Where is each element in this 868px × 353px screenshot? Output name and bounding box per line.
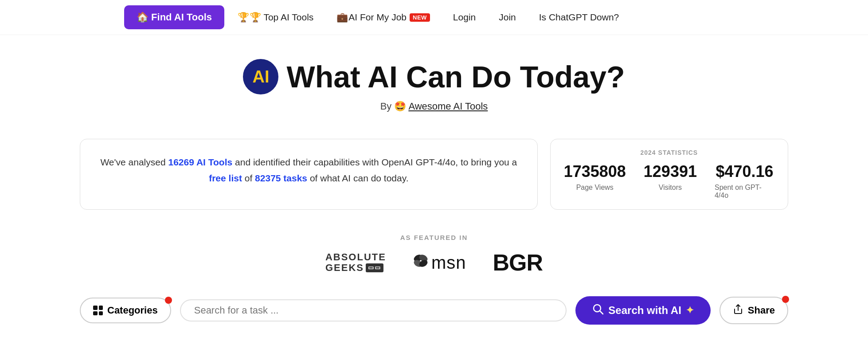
- categories-label: Categories: [107, 305, 158, 316]
- featured-section: AS FEATURED IN ABSOLUTE GEEKS ▭▭ msn BGR: [0, 223, 868, 284]
- search-area: [180, 299, 567, 322]
- hero-subtitle: By 🤩 Awesome AI Tools: [9, 101, 859, 112]
- trophy-icon: 🏆: [238, 12, 249, 23]
- author-link[interactable]: Awesome AI Tools: [408, 101, 488, 112]
- bottom-bar: Categories Search with AI ✦ Share: [0, 288, 868, 333]
- search-with-ai-label: Search with AI: [608, 304, 681, 317]
- spent-number: $470.16: [716, 162, 773, 181]
- spent-stat: $470.16 Spent on GPT-4/4o: [715, 162, 774, 200]
- search-with-ai-button[interactable]: Search with AI ✦: [575, 296, 710, 325]
- ai-logo: AI: [243, 59, 278, 94]
- grid-icon: [93, 306, 103, 315]
- hero-title-text: What AI Can Do Today?: [286, 59, 625, 94]
- stats-row: We've analysed 16269 AI Tools and identi…: [0, 130, 868, 219]
- hero-section: AI What AI Can Do Today? By 🤩 Awesome AI…: [0, 35, 868, 126]
- msn-logo: msn: [413, 253, 466, 273]
- find-ai-tools-button[interactable]: 🏠 Find AI Tools: [124, 5, 224, 29]
- share-icon: [733, 304, 743, 317]
- page-views-number: 1735808: [564, 162, 626, 181]
- page-views-stat: 1735808 Page Views: [564, 162, 626, 200]
- visitors-stat: 129391 Visitors: [644, 162, 697, 200]
- ai-for-my-job-link[interactable]: 💼 AI For My Job NEW: [327, 8, 440, 27]
- top-ai-tools-link[interactable]: 🏆 🏆 Top AI Tools: [228, 8, 323, 27]
- stats-suffix: of what AI can do today.: [310, 173, 409, 183]
- stats-numbers-grid: 1735808 Page Views 129391 Visitors $470.…: [564, 162, 774, 200]
- sparkle-icon: ✦: [686, 305, 694, 316]
- share-notification-dot: [782, 296, 789, 303]
- search-icon: [592, 303, 604, 318]
- tools-count-link[interactable]: 16269 AI Tools: [168, 157, 232, 167]
- briefcase-icon: 💼: [336, 12, 348, 23]
- login-link[interactable]: Login: [443, 8, 485, 27]
- stats-year-label: 2024 STATISTICS: [641, 149, 698, 156]
- stats-numbers-card: 2024 STATISTICS 1735808 Page Views 12939…: [550, 139, 788, 210]
- share-button[interactable]: Share: [719, 297, 788, 324]
- stats-middle: and identified their capabilities with O…: [235, 157, 517, 167]
- msn-butterfly-icon: [413, 253, 429, 273]
- new-badge: NEW: [410, 13, 430, 22]
- stats-prefix: We've analysed: [100, 157, 165, 167]
- categories-button[interactable]: Categories: [80, 298, 171, 323]
- share-label: Share: [748, 305, 775, 316]
- navbar: 🏠 Find AI Tools 🏆 🏆 Top AI Tools 💼 AI Fo…: [0, 0, 868, 35]
- featured-label: AS FEATURED IN: [0, 234, 868, 241]
- join-link[interactable]: Join: [489, 8, 526, 27]
- search-input[interactable]: [190, 305, 557, 316]
- categories-notification-dot: [165, 297, 172, 304]
- absolute-geeks-logo: ABSOLUTE GEEKS ▭▭: [325, 252, 386, 273]
- svg-line-5: [600, 311, 603, 314]
- spent-label: Spent on GPT-4/4o: [715, 184, 774, 200]
- visitors-number: 129391: [644, 162, 697, 181]
- stats-text-card: We've analysed 16269 AI Tools and identi…: [80, 139, 538, 210]
- visitors-label: Visitors: [659, 184, 682, 192]
- hero-title: AI What AI Can Do Today?: [9, 59, 859, 94]
- author-emoji: 🤩: [394, 101, 406, 112]
- tasks-count-link[interactable]: 82375 tasks: [255, 173, 307, 183]
- featured-logos: ABSOLUTE GEEKS ▭▭ msn BGR: [0, 249, 868, 276]
- free-list-link[interactable]: free list: [209, 173, 242, 183]
- bgr-logo: BGR: [493, 249, 543, 276]
- is-chatgpt-down-link[interactable]: Is ChatGPT Down?: [529, 8, 629, 27]
- page-views-label: Page Views: [576, 184, 614, 192]
